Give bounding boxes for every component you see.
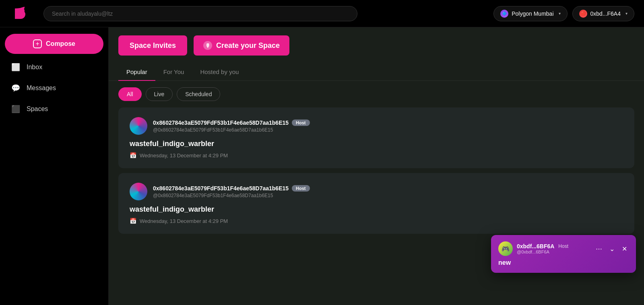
- space-card-header: 0x8602784e3aE5079FdF53b1F4e6ae58D7aa1b6E…: [130, 117, 623, 135]
- inbox-icon: ⬜: [11, 63, 20, 72]
- popup-handle: @0xbdf...6BF6A: [517, 249, 568, 254]
- space-time: 📅 Wednesday, 13 December at 4:29 PM: [130, 218, 623, 224]
- avatar: [130, 117, 147, 135]
- chain-label: Polygon Mumbai: [512, 10, 553, 17]
- topnav: 🔷 Polygon Mumbai ▾ 🔴 0xbd...F6A4 ▾: [0, 0, 644, 27]
- compose-label: Compose: [46, 40, 75, 47]
- messages-icon: 💬: [11, 84, 20, 93]
- space-card-header: 0x8602784e3aE5079FdF53b1F4e6ae58D7aa1b6E…: [130, 183, 623, 200]
- search-bar[interactable]: [43, 6, 357, 21]
- popup-user-info: 0xbdf...6BF6A Host @0xbdf...6BF6A: [517, 243, 568, 254]
- popup-header: 🎮 0xbdf...6BF6A Host @0xbdf...6BF6A ⋯: [498, 241, 629, 256]
- chain-icon: 🔷: [500, 10, 508, 18]
- user-account-button[interactable]: 🔴 0xbd...F6A4 ▾: [572, 6, 635, 21]
- host-badge: Host: [292, 120, 310, 126]
- tab-for-you[interactable]: For You: [155, 64, 192, 81]
- popup-more-button[interactable]: ⋯: [594, 243, 604, 254]
- space-invites-button[interactable]: Space Invites: [118, 35, 187, 56]
- sidebar-item-spaces[interactable]: ⬛ Spaces: [5, 99, 103, 119]
- search-input[interactable]: [43, 6, 357, 21]
- sidebar-item-inbox[interactable]: ⬜ Inbox: [5, 57, 103, 77]
- space-title: wasteful_indigo_warbler: [130, 140, 623, 148]
- notification-popup: 🎮 0xbdf...6BF6A Host @0xbdf...6BF6A ⋯: [491, 235, 636, 273]
- popup-avatar: 🎮: [498, 241, 513, 256]
- space-address: 0x8602784e3aE5079FdF53b1F4e6ae58D7aa1b6E…: [153, 185, 623, 192]
- space-title: wasteful_indigo_warbler: [130, 205, 623, 214]
- space-handle: @0x8602784e3aE5079FdF53b1F4e6ae58D7aa1b6…: [153, 193, 623, 198]
- tab-hosted-by-you[interactable]: Hosted by you: [192, 64, 247, 81]
- popup-username: 0xbdf...6BF6A: [517, 243, 554, 249]
- space-card[interactable]: 0x8602784e3aE5079FdF53b1F4e6ae58D7aa1b6E…: [118, 107, 634, 168]
- space-header-info: 0x8602784e3aE5079FdF53b1F4e6ae58D7aa1b6E…: [153, 120, 623, 133]
- tabs-bar: Popular For You Hosted by you: [109, 64, 644, 81]
- space-time: 📅 Wednesday, 13 December at 4:29 PM: [130, 152, 623, 159]
- top-actions: Space Invites 🎙 Create your Space: [109, 27, 644, 64]
- popup-host-label: Host: [558, 243, 568, 249]
- filter-live-button[interactable]: Live: [146, 87, 173, 101]
- chain-selector-button[interactable]: 🔷 Polygon Mumbai ▾: [493, 6, 567, 21]
- popup-message: new: [498, 259, 629, 266]
- nav-right: 🔷 Polygon Mumbai ▾ 🔴 0xbd...F6A4 ▾: [493, 6, 634, 21]
- create-space-label: Create your Space: [216, 41, 280, 50]
- filter-pills: All Live Scheduled: [109, 81, 644, 107]
- chain-chevron-icon: ▾: [559, 11, 561, 16]
- space-invites-label: Space Invites: [130, 41, 176, 49]
- popup-close-button[interactable]: ✕: [620, 243, 629, 254]
- sidebar-item-messages[interactable]: 💬 Messages: [5, 78, 103, 98]
- mic-icon: 🎙: [203, 41, 212, 50]
- sidebar-spaces-label: Spaces: [27, 105, 48, 113]
- sidebar-messages-label: Messages: [27, 84, 56, 92]
- user-label: 0xbd...F6A4: [590, 10, 621, 17]
- more-icon: ⋯: [596, 245, 602, 252]
- create-space-button[interactable]: 🎙 Create your Space: [194, 35, 289, 56]
- space-header-info: 0x8602784e3aE5079FdF53b1F4e6ae58D7aa1b6E…: [153, 185, 623, 198]
- main-content: Space Invites 🎙 Create your Space Popula…: [109, 27, 644, 305]
- space-card[interactable]: 0x8602784e3aE5079FdF53b1F4e6ae58D7aa1b6E…: [118, 173, 634, 234]
- spaces-icon: ⬛: [11, 105, 20, 113]
- sidebar: + Compose ⬜ Inbox 💬 Messages ⬛ Spaces: [0, 27, 109, 305]
- compose-button[interactable]: + Compose: [5, 34, 103, 54]
- spaces-list: 0x8602784e3aE5079FdF53b1F4e6ae58D7aa1b6E…: [109, 107, 644, 248]
- close-icon: ✕: [622, 245, 627, 252]
- popup-user: 🎮 0xbdf...6BF6A Host @0xbdf...6BF6A: [498, 241, 568, 256]
- space-address: 0x8602784e3aE5079FdF53b1F4e6ae58D7aa1b6E…: [153, 120, 623, 126]
- collapse-icon: ⌄: [609, 245, 615, 252]
- compose-plus-icon: +: [33, 39, 42, 48]
- host-badge: Host: [292, 185, 310, 192]
- avatar: [130, 183, 147, 200]
- user-icon: 🔴: [579, 10, 587, 18]
- calendar-icon: 📅: [130, 152, 136, 159]
- logo: [10, 3, 31, 24]
- popup-actions: ⋯ ⌄ ✕: [594, 243, 629, 254]
- calendar-icon: 📅: [130, 218, 136, 224]
- filter-all-button[interactable]: All: [118, 87, 142, 101]
- sidebar-inbox-label: Inbox: [27, 64, 42, 71]
- space-handle: @0x8602784e3aE5079FdF53b1F4e6ae58D7aa1b6…: [153, 127, 623, 133]
- popup-collapse-button[interactable]: ⌄: [608, 243, 616, 254]
- filter-scheduled-button[interactable]: Scheduled: [177, 87, 220, 101]
- layout: + Compose ⬜ Inbox 💬 Messages ⬛ Spaces Sp…: [0, 27, 644, 305]
- tab-popular[interactable]: Popular: [118, 64, 155, 81]
- user-chevron-icon: ▾: [625, 11, 627, 16]
